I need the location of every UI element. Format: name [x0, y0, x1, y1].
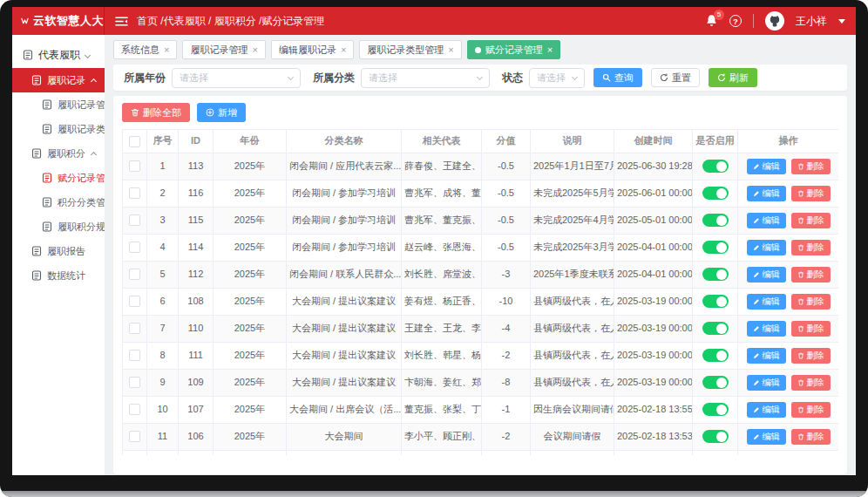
- edit-button[interactable]: 编辑: [747, 321, 786, 337]
- delete-button[interactable]: 删除: [791, 429, 831, 445]
- select-placeholder: 请选择: [180, 71, 208, 85]
- delete-button[interactable]: 删除: [791, 294, 831, 310]
- row-checkbox[interactable]: [129, 377, 140, 388]
- cell-seq: 7: [147, 315, 179, 342]
- close-tab-icon[interactable]: ×: [341, 45, 346, 55]
- tab[interactable]: 履职记录管理 ×: [182, 40, 265, 59]
- cell-id: 108: [179, 288, 214, 315]
- enable-toggle[interactable]: [702, 160, 729, 173]
- reset-button[interactable]: 重置: [651, 68, 700, 87]
- select-all-checkbox[interactable]: [129, 136, 140, 147]
- tab[interactable]: 履职记录类型管理 ×: [359, 40, 461, 59]
- tab[interactable]: 编辑履职记录 ×: [271, 40, 354, 59]
- sidebar-item[interactable]: 履职积分: [12, 141, 105, 166]
- tab[interactable]: 系统信息 ×: [113, 40, 177, 59]
- sidebar-group-header[interactable]: 代表履职: [12, 42, 105, 68]
- enable-toggle[interactable]: [702, 376, 729, 389]
- delete-button[interactable]: 删除: [791, 375, 831, 391]
- edit-button[interactable]: 编辑: [747, 213, 786, 228]
- tab-label: 编辑履职记录: [279, 44, 336, 57]
- row-checkbox[interactable]: [129, 404, 140, 415]
- delete-button[interactable]: 删除: [791, 240, 831, 255]
- edit-button[interactable]: 编辑: [747, 375, 786, 391]
- row-checkbox[interactable]: [129, 323, 140, 334]
- delete-button[interactable]: 删除: [791, 267, 831, 283]
- edit-button[interactable]: 编辑: [747, 267, 786, 283]
- close-tab-icon[interactable]: ×: [448, 45, 453, 55]
- enable-toggle[interactable]: [702, 349, 729, 362]
- edit-button[interactable]: 编辑: [747, 348, 786, 364]
- row-checkbox[interactable]: [129, 242, 140, 253]
- cell-created: 2025-04-01 00:00: [614, 234, 693, 261]
- enable-toggle[interactable]: [702, 187, 729, 200]
- add-button[interactable]: 新增: [197, 103, 246, 122]
- bell-icon[interactable]: 5: [705, 14, 718, 28]
- cell-delegates: 姜有煜、杨正香、陈谷、...: [402, 288, 482, 315]
- sidebar-item[interactable]: 履职记录管理: [12, 92, 105, 117]
- edit-button[interactable]: 编辑: [747, 429, 786, 445]
- enable-toggle[interactable]: [702, 214, 729, 227]
- edit-button[interactable]: 编辑: [747, 186, 786, 201]
- edit-button[interactable]: 编辑: [747, 402, 786, 418]
- filter-select[interactable]: 请选择: [172, 68, 301, 88]
- search-button[interactable]: 查询: [593, 68, 642, 87]
- enable-toggle[interactable]: [702, 322, 729, 335]
- enable-toggle[interactable]: [702, 430, 729, 443]
- pencil-icon: [753, 217, 760, 224]
- cell-id: 113: [179, 153, 214, 180]
- edit-button[interactable]: 编辑: [747, 159, 786, 174]
- filter-select[interactable]: 请选择: [529, 68, 585, 88]
- delete-button[interactable]: 删除: [791, 186, 831, 201]
- chevron-down-icon[interactable]: [838, 19, 845, 24]
- delete-button[interactable]: 删除: [791, 321, 831, 337]
- collapse-sidebar-icon[interactable]: [115, 16, 128, 27]
- delete-button[interactable]: 删除: [791, 213, 831, 228]
- enable-toggle[interactable]: [702, 295, 729, 308]
- cell-note: 县镇两级代表，在人代会...: [531, 369, 614, 396]
- close-tab-icon[interactable]: ×: [547, 45, 553, 55]
- row-checkbox[interactable]: [129, 187, 140, 199]
- sidebar-item[interactable]: 数据统计: [12, 263, 105, 288]
- sidebar-item[interactable]: 赋分记录管理: [12, 166, 105, 190]
- sidebar-item[interactable]: 积分分类管理: [12, 190, 105, 214]
- tab[interactable]: 赋分记录管理 ×: [467, 40, 560, 59]
- filter-field: 状态 请选择: [502, 68, 585, 88]
- edit-button[interactable]: 编辑: [747, 240, 786, 255]
- delete-button[interactable]: 删除: [791, 402, 831, 418]
- filter-label: 所属分类: [313, 71, 355, 85]
- records-table: 序号ID年份分类名称相关代表分值说明创建时间是否启用操作 1 113 202: [122, 129, 838, 455]
- enable-toggle[interactable]: [702, 268, 729, 281]
- row-checkbox[interactable]: [129, 214, 140, 226]
- close-tab-icon[interactable]: ×: [164, 45, 169, 55]
- enable-toggle[interactable]: [702, 403, 729, 416]
- refresh-button[interactable]: 刷新: [709, 68, 757, 87]
- sidebar-item[interactable]: 履职报告: [12, 239, 105, 263]
- sidebar-item[interactable]: 履职记录: [12, 68, 105, 92]
- cell-score: -0.5: [482, 180, 531, 207]
- row-checkbox[interactable]: [129, 431, 140, 442]
- cell-delegates: 曹兆军、成将、董加全、...: [402, 180, 482, 207]
- filter-select[interactable]: 请选择: [361, 68, 490, 88]
- delete-button[interactable]: 删除: [791, 348, 831, 364]
- sidebar-item[interactable]: 履职积分规则: [12, 214, 105, 239]
- sidebar-item[interactable]: 履职记录类型管理: [12, 117, 105, 141]
- table-scroll-area[interactable]: 序号ID年份分类名称相关代表分值说明创建时间是否启用操作 1 113 202: [122, 129, 838, 455]
- row-checkbox[interactable]: [129, 296, 140, 307]
- delete-all-button[interactable]: 删除全部: [122, 103, 190, 122]
- edit-button[interactable]: 编辑: [747, 294, 786, 310]
- cell-year: 2025年: [214, 261, 287, 288]
- enable-toggle[interactable]: [702, 241, 729, 254]
- row-checkbox[interactable]: [129, 269, 140, 280]
- cell-year: 2025年: [214, 396, 287, 423]
- username[interactable]: 王小祥: [796, 14, 827, 29]
- help-icon[interactable]: ?: [729, 15, 742, 27]
- tab-label: 履职记录管理: [190, 44, 248, 57]
- row-checkbox[interactable]: [129, 160, 140, 172]
- app-title: 云软智慧人大: [33, 13, 104, 29]
- row-checkbox[interactable]: [129, 350, 140, 361]
- table-row: 8 111 2025年 大会期间 / 提出议案建议 刘长胜、韩星、杨中亮、...…: [123, 342, 839, 369]
- cell-delegates: 李小平、顾正刚、王平: [402, 423, 482, 450]
- delete-button[interactable]: 删除: [791, 159, 831, 174]
- avatar[interactable]: [765, 11, 784, 31]
- close-tab-icon[interactable]: ×: [252, 45, 257, 55]
